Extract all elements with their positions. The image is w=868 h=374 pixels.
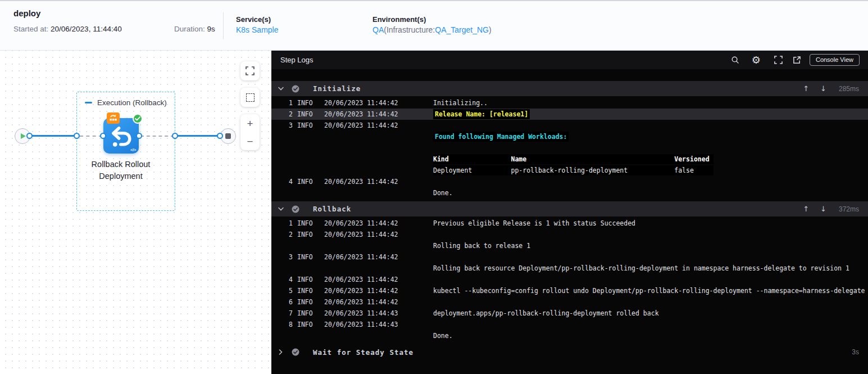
log-message: Release Name: [release1]	[433, 110, 530, 118]
infrastructure-prefix: (Infrastructure:	[384, 25, 435, 34]
edge-stage-to-end	[177, 135, 219, 137]
section-log-rows: 1INFO20/06/2023 11:44:42Initializing..2I…	[271, 96, 868, 199]
log-section-header[interactable]: Initialize↑↓285ms	[271, 81, 868, 96]
code-icon: </>	[130, 147, 136, 152]
started-at-value: 20/06/2023, 11:44:40	[51, 25, 122, 33]
log-section-header[interactable]: Rollback↑↓372ms	[271, 201, 868, 217]
edge-stage-to-step	[80, 136, 102, 137]
log-level: INFO	[297, 298, 313, 306]
services-label: Service(s)	[236, 15, 271, 24]
canvas-select-button[interactable]	[240, 88, 260, 107]
log-timestamp: 20/06/2023 11:44:42	[324, 253, 398, 261]
line-number: 8	[281, 321, 293, 328]
connector-dot	[172, 133, 178, 139]
search-icon[interactable]	[731, 56, 739, 64]
log-row: Found following Managed Workloads:	[271, 131, 868, 142]
canvas-zoom-controls: + −	[240, 114, 260, 150]
zoom-in-button[interactable]: +	[240, 114, 260, 132]
log-message: Kind Name Versioned	[433, 155, 714, 163]
log-timestamp: 20/06/2023 11:44:42	[324, 178, 398, 186]
stage-collapse-icon[interactable]	[85, 102, 92, 103]
step-logs-panel: Step Logs ⚙ Console View Initialize↑↓285…	[271, 51, 868, 374]
log-message: Rolling back to release 1	[433, 242, 530, 250]
canvas-fit-view-button[interactable]	[240, 61, 260, 80]
duration-value: 9s	[207, 25, 215, 33]
chevron-down-icon[interactable]	[277, 207, 284, 211]
chevron-down-icon[interactable]	[277, 87, 284, 91]
open-in-new-icon[interactable]	[793, 56, 801, 64]
log-level: INFO	[297, 178, 313, 186]
console-view-button[interactable]: Console View	[810, 54, 860, 66]
environment-link[interactable]: QA(Infrastructure:QA_Target_NG)	[372, 25, 492, 34]
status-success-icon	[292, 205, 299, 213]
chevron-right-icon[interactable]	[277, 349, 284, 355]
infrastructure-link[interactable]: QA_Target_NG	[435, 25, 489, 34]
pipeline-title: deploy	[13, 8, 40, 18]
log-level: INFO	[297, 309, 313, 317]
log-message: Done.	[433, 189, 453, 197]
line-number: 2	[281, 231, 293, 238]
log-level: INFO	[297, 121, 313, 129]
log-row: Rolling back resource Deployment/pp-roll…	[271, 263, 868, 274]
header-divider	[223, 12, 224, 39]
log-row: 1INFO20/06/2023 11:44:42Initializing..	[271, 97, 868, 109]
log-timestamp: 20/06/2023 11:44:42	[324, 276, 398, 283]
edge-step-to-stage	[140, 136, 174, 137]
log-timestamp: 20/06/2023 11:44:42	[324, 110, 398, 118]
log-panel-title: Step Logs	[280, 56, 313, 64]
log-timestamp: 20/06/2023 11:44:42	[324, 298, 398, 306]
log-row: 3INFO20/06/2023 11:44:42	[271, 251, 868, 263]
section-duration: 285ms	[826, 85, 859, 93]
scroll-to-top-icon[interactable]: ↑	[803, 84, 809, 93]
log-row: 4INFO20/06/2023 11:44:42	[271, 274, 868, 285]
expand-icon	[246, 66, 255, 75]
section-log-rows: 1INFO20/06/2023 11:44:42Previous eligibl…	[271, 217, 868, 341]
log-timestamp: 20/06/2023 11:44:42	[324, 231, 398, 238]
log-row: 6INFO20/06/2023 11:44:42	[271, 296, 868, 308]
pipeline-canvas[interactable]: Execution (Rollback) </> Rollback Rollou…	[0, 51, 271, 374]
log-level: INFO	[297, 231, 313, 238]
infrastructure-suffix: )	[489, 25, 492, 34]
line-number: 7	[281, 309, 293, 317]
log-message: Done.	[433, 332, 453, 340]
connector-dot	[217, 133, 223, 139]
log-level: INFO	[297, 276, 313, 283]
log-row	[271, 142, 868, 154]
log-level: INFO	[297, 99, 313, 107]
connector-dot	[136, 133, 142, 139]
log-level: INFO	[297, 253, 313, 261]
log-row: 2INFO20/06/2023 11:44:42	[271, 229, 868, 240]
zoom-out-button[interactable]: −	[240, 132, 260, 150]
log-message: Deployment pp-rollback-rolling-deploymen…	[433, 166, 714, 174]
step-node-label: Rollback Rollout Deployment	[75, 159, 166, 182]
service-link[interactable]: K8s Sample	[236, 25, 278, 34]
line-number: 5	[281, 287, 293, 295]
log-row: 1INFO20/06/2023 11:44:42Previous eligibl…	[271, 218, 868, 229]
step-node-rollback-rollout-deployment[interactable]: </>	[103, 118, 139, 154]
log-timestamp: 20/06/2023 11:44:43	[324, 321, 398, 328]
log-row: 4INFO20/06/2023 11:44:42	[271, 176, 868, 187]
log-row: Kind Name Versioned	[271, 154, 868, 165]
log-settings-icon[interactable]: ⚙	[752, 55, 761, 65]
log-section-header[interactable]: Wait for Steady State3s	[271, 344, 868, 360]
success-check-icon	[133, 114, 143, 124]
fullscreen-icon[interactable]	[774, 56, 783, 64]
log-timestamp: 20/06/2023 11:44:42	[324, 219, 398, 227]
stop-icon	[225, 133, 231, 139]
log-message: kubectl --kubeconfig=config rollout undo…	[433, 287, 865, 295]
scroll-to-bottom-icon[interactable]: ↓	[820, 205, 826, 213]
connector-dot	[100, 133, 106, 139]
edge-start-to-stage	[31, 135, 75, 137]
section-label: Wait for Steady State	[313, 348, 413, 357]
log-row: Done.	[271, 187, 868, 199]
duration: Duration: 9s	[174, 25, 215, 33]
log-row: 7INFO20/06/2023 11:44:43deployment.apps/…	[271, 308, 868, 319]
scroll-to-bottom-icon[interactable]: ↓	[820, 84, 826, 93]
line-number: 1	[281, 99, 293, 107]
line-number: 6	[281, 298, 293, 306]
log-timestamp: 20/06/2023 11:44:42	[324, 121, 398, 129]
log-timestamp: 20/06/2023 11:44:42	[324, 99, 398, 107]
scroll-to-top-icon[interactable]: ↑	[803, 205, 809, 213]
marquee-icon	[246, 93, 255, 102]
rollout-badge-icon	[107, 112, 120, 124]
